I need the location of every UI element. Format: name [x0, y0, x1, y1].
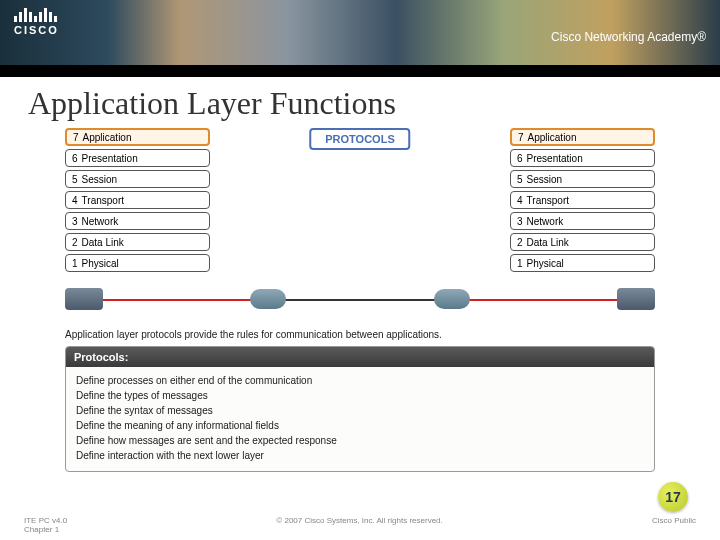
osi-stack-left: 7Application6Presentation5Session4Transp…: [65, 128, 210, 275]
osi-layer: 4Transport: [65, 191, 210, 209]
protocols-list-item: Define how messages are sent and the exp…: [76, 433, 644, 448]
osi-layer-name: Physical: [527, 258, 564, 269]
osi-layer-name: Presentation: [82, 153, 138, 164]
osi-layer-number: 2: [517, 237, 523, 248]
osi-layer: 2Data Link: [65, 233, 210, 251]
osi-layer-number: 7: [518, 132, 524, 143]
osi-layer-number: 6: [517, 153, 523, 164]
osi-layer: 6Presentation: [510, 149, 655, 167]
host-device-icon: [65, 288, 103, 310]
protocols-list-item: Define the meaning of any informational …: [76, 418, 644, 433]
osi-layer-name: Transport: [82, 195, 124, 206]
protocols-panel-header: Protocols:: [66, 347, 654, 367]
router-device-icon: [250, 289, 286, 309]
protocols-list-item: Define the types of messages: [76, 388, 644, 403]
router-device-icon: [434, 289, 470, 309]
footer: ITE PC v4.0 Chapter 1 © 2007 Cisco Syste…: [0, 516, 720, 534]
network-topology-row: [65, 279, 655, 319]
osi-layer-number: 1: [72, 258, 78, 269]
osi-layer-number: 4: [72, 195, 78, 206]
osi-layer-name: Physical: [82, 258, 119, 269]
osi-layer: 1Physical: [510, 254, 655, 272]
osi-layer-name: Session: [527, 174, 563, 185]
academy-label: Cisco Networking Academy®: [551, 30, 706, 44]
osi-layer-name: Transport: [527, 195, 569, 206]
protocols-panel: Protocols: Define processes on either en…: [65, 346, 655, 472]
osi-layer-name: Data Link: [82, 237, 124, 248]
osi-layer-name: Network: [82, 216, 119, 227]
osi-layer: 7Application: [510, 128, 655, 146]
osi-layer: 5Session: [510, 170, 655, 188]
host-device-icon: [617, 288, 655, 310]
protocols-list-item: Define the syntax of messages: [76, 403, 644, 418]
osi-layer-name: Data Link: [527, 237, 569, 248]
protocols-badge: PROTOCOLS: [309, 128, 410, 150]
osi-layer-number: 5: [517, 174, 523, 185]
protocols-list-item: Define processes on either end of the co…: [76, 373, 644, 388]
footer-chapter: Chapter 1: [24, 525, 67, 534]
footer-classification: Cisco Public: [652, 516, 696, 534]
cisco-logo-text: CISCO: [14, 24, 59, 36]
osi-stack-right: 7Application6Presentation5Session4Transp…: [510, 128, 655, 275]
header-underline: [0, 65, 720, 77]
osi-layer-name: Session: [82, 174, 118, 185]
osi-layer-number: 4: [517, 195, 523, 206]
osi-layer-number: 3: [72, 216, 78, 227]
protocols-panel-body: Define processes on either end of the co…: [66, 367, 654, 471]
osi-layer: 6Presentation: [65, 149, 210, 167]
osi-layer: 3Network: [510, 212, 655, 230]
link-line: [445, 299, 625, 301]
osi-layer-number: 7: [73, 132, 79, 143]
page-number-badge: 17: [658, 482, 688, 512]
osi-layer-number: 1: [517, 258, 523, 269]
diagram-caption: Application layer protocols provide the …: [65, 329, 655, 340]
footer-left: ITE PC v4.0 Chapter 1: [24, 516, 67, 534]
osi-layer-name: Presentation: [527, 153, 583, 164]
osi-layer-name: Application: [83, 132, 132, 143]
diagram-area: 7Application6Presentation5Session4Transp…: [65, 128, 655, 472]
osi-layer-number: 5: [72, 174, 78, 185]
link-line: [275, 299, 445, 301]
osi-stacks: 7Application6Presentation5Session4Transp…: [65, 128, 655, 275]
osi-layer: 4Transport: [510, 191, 655, 209]
cisco-logo-bars: [14, 8, 59, 22]
protocols-list-item: Define interaction with the next lower l…: [76, 448, 644, 463]
cisco-logo: CISCO: [14, 8, 59, 36]
header-banner: CISCO Cisco Networking Academy®: [0, 0, 720, 65]
osi-layer-number: 2: [72, 237, 78, 248]
osi-layer: 3Network: [65, 212, 210, 230]
osi-layer-number: 3: [517, 216, 523, 227]
footer-copyright: © 2007 Cisco Systems, Inc. All rights re…: [276, 516, 442, 534]
osi-layer-name: Application: [528, 132, 577, 143]
osi-layer: 7Application: [65, 128, 210, 146]
osi-layer: 5Session: [65, 170, 210, 188]
osi-layer: 2Data Link: [510, 233, 655, 251]
osi-layer-name: Network: [527, 216, 564, 227]
osi-layer-number: 6: [72, 153, 78, 164]
link-line: [95, 299, 275, 301]
osi-layer: 1Physical: [65, 254, 210, 272]
page-title: Application Layer Functions: [0, 77, 720, 128]
footer-course: ITE PC v4.0: [24, 516, 67, 525]
